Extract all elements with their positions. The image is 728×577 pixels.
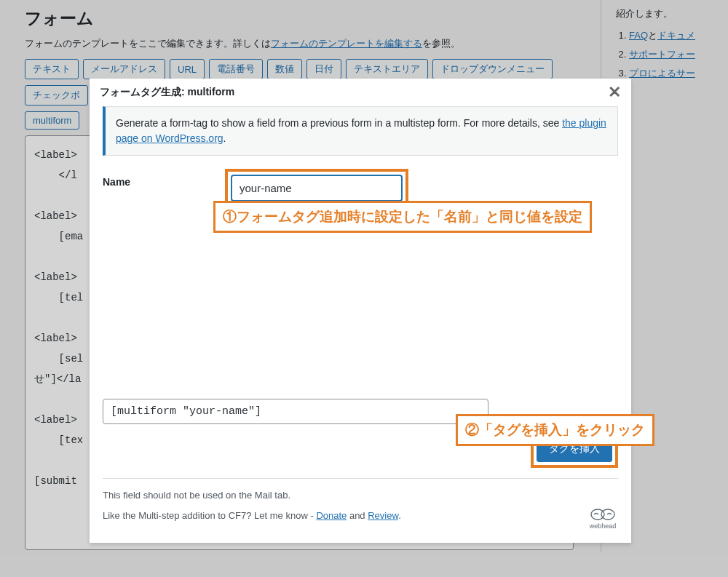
modal-formtag: フォームタグ生成: multiform ✕ Generate a form-ta… [90, 79, 631, 543]
svg-point-0 [591, 509, 604, 520]
info-suffix: . [223, 132, 226, 144]
brain-icon [589, 508, 617, 521]
review-link[interactable]: Review [368, 510, 398, 521]
mail-note: This field should not be used on the Mai… [103, 489, 401, 502]
info-box: Generate a form-tag to show a field from… [103, 106, 618, 156]
like-note: Like the Multi-step addition to CF7? Let… [103, 509, 401, 522]
result-input[interactable] [103, 399, 488, 424]
name-label: Name [103, 169, 225, 188]
modal-title: フォームタグ生成: multiform [100, 86, 234, 99]
like-prefix: Like the Multi-step addition to CF7? Let… [103, 510, 316, 521]
info-prefix: Generate a form-tag to show a field from… [116, 117, 562, 129]
period: . [398, 510, 401, 521]
webhead-logo: webhead [587, 508, 618, 530]
callout-1: ①フォームタグ追加時に設定した「名前」と同じ値を設定 [213, 201, 592, 233]
webhead-text: webhead [587, 522, 618, 530]
and-text: and [347, 510, 368, 521]
donate-link[interactable]: Donate [316, 510, 347, 521]
name-input[interactable] [231, 175, 403, 202]
svg-point-1 [601, 509, 614, 520]
callout-2: ②「タグを挿入」をクリック [456, 414, 654, 446]
close-icon[interactable]: ✕ [608, 84, 621, 100]
